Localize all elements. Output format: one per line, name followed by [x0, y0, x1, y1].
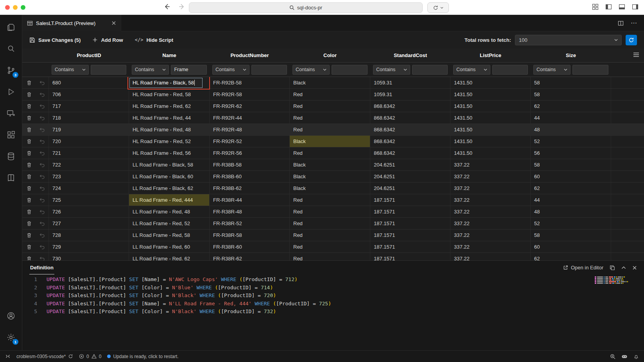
undo-row-button[interactable]	[36, 253, 49, 260]
cell-color[interactable]: Red	[290, 194, 370, 206]
cell-listprice[interactable]: 337.22	[450, 194, 531, 206]
cell-standardcost[interactable]: 1059.31	[370, 77, 450, 88]
cell-productnumber[interactable]: FR-R38B-62	[210, 183, 290, 194]
cell-name[interactable]: LL Road Frame - Black, 62	[129, 183, 210, 194]
cell-standardcost[interactable]: 204.6251	[370, 171, 450, 182]
command-center-search[interactable]: sql-docs-pr	[189, 2, 423, 13]
column-header-productid[interactable]: ProductID	[49, 52, 129, 58]
cell-edit-input[interactable]: HL Road Frame - Black, 58	[129, 78, 203, 88]
zoom-window-button[interactable]	[21, 5, 25, 10]
table-row[interactable]: 721HL Road Frame - Red, 56FR-R92R-56Red8…	[22, 147, 644, 159]
cell-standardcost[interactable]: 187.1571	[370, 218, 450, 229]
cell-productid[interactable]: 727	[49, 218, 129, 229]
script-editor[interactable]: 1UPDATE [SalesLT].[Product] SET [Name] =…	[22, 274, 644, 350]
column-header-productnumber[interactable]: ProductNumber	[210, 52, 290, 58]
cell-color[interactable]: Black	[290, 159, 370, 170]
extensions-icon[interactable]	[1, 124, 21, 145]
cell-name[interactable]: HL Road Frame - Red, 62	[129, 100, 210, 112]
delete-row-button[interactable]	[22, 100, 36, 112]
filter-input-productid[interactable]	[91, 65, 126, 75]
cell-name[interactable]: LL Road Frame - Red, 60	[129, 241, 210, 253]
collapse-panel-icon[interactable]	[621, 266, 626, 269]
cell-standardcost[interactable]: 187.1571	[370, 253, 450, 260]
minimap[interactable]	[595, 276, 639, 284]
cell-standardcost[interactable]: 868.6342	[370, 136, 450, 147]
close-window-button[interactable]	[5, 5, 10, 10]
table-row[interactable]: 706HL Road Frame - Red, 58FR-R92R-58Red1…	[22, 89, 644, 100]
filter-operator-dropdown-size[interactable]: Contains	[533, 65, 570, 75]
delete-row-button[interactable]	[22, 136, 36, 147]
cell-productnumber[interactable]: FR-R38B-58	[210, 159, 290, 170]
total-rows-select[interactable]: 100	[515, 35, 622, 45]
cell-name[interactable]: LL Road Frame - Red, 444	[129, 194, 210, 206]
cell-size[interactable]: 44	[531, 112, 611, 124]
undo-row-button[interactable]	[36, 124, 49, 135]
cell-name[interactable]: HL Road Frame - Red, 58	[129, 89, 210, 100]
explorer-icon[interactable]	[1, 16, 21, 38]
cell-listprice[interactable]: 337.22	[450, 206, 531, 217]
filter-operator-dropdown-standardcost[interactable]: Contains	[373, 65, 410, 75]
toggle-secondary-sidebar-icon[interactable]	[632, 4, 639, 10]
source-control-icon[interactable]: 3	[1, 59, 21, 81]
cell-listprice[interactable]: 1431.50	[450, 100, 531, 112]
cell-listprice[interactable]: 337.22	[450, 253, 531, 260]
cell-size[interactable]: 62	[531, 100, 611, 112]
cell-productnumber[interactable]: FR-R38B-60	[210, 171, 290, 182]
cell-size[interactable]: 58	[531, 159, 611, 170]
undo-row-button[interactable]	[36, 241, 49, 253]
cell-size[interactable]: 60	[531, 241, 611, 253]
delete-row-button[interactable]	[22, 77, 36, 88]
cell-productnumber[interactable]: FR-R38R-52	[210, 218, 290, 229]
delete-row-button[interactable]	[22, 194, 36, 206]
undo-row-button[interactable]	[36, 147, 49, 159]
table-row[interactable]: 717HL Road Frame - Red, 62FR-R92R-62Red8…	[22, 100, 644, 112]
add-row-button[interactable]: Add Row	[92, 37, 123, 43]
cell-standardcost[interactable]: 204.6251	[370, 183, 450, 194]
delete-row-button[interactable]	[22, 218, 36, 229]
cell-productid[interactable]: 680	[49, 77, 129, 88]
cell-size[interactable]: 62	[531, 183, 611, 194]
cell-color[interactable]: Black	[290, 136, 370, 147]
cell-productid[interactable]: 729	[49, 241, 129, 253]
cell-productnumber[interactable]: FR-R92R-58	[210, 89, 290, 100]
cell-listprice[interactable]: 337.22	[450, 183, 531, 194]
cell-productid[interactable]: 725	[49, 194, 129, 206]
table-row[interactable]: 719HL Road Frame - Red, 48FR-R92R-48Red8…	[22, 124, 644, 136]
delete-row-button[interactable]	[22, 159, 36, 170]
cell-size[interactable]: 52	[531, 136, 611, 147]
cell-productnumber[interactable]: FR-R92B-58	[210, 77, 290, 88]
cell-standardcost[interactable]: 204.6251	[370, 159, 450, 170]
cell-color[interactable]: Black	[290, 171, 370, 182]
undo-row-button[interactable]	[36, 183, 49, 194]
filter-operator-dropdown-productid[interactable]: Contains	[52, 65, 89, 75]
cell-name[interactable]: LL Road Frame - Red, 48	[129, 206, 210, 217]
cell-productid[interactable]: 719	[49, 124, 129, 135]
cell-size[interactable]: 58	[531, 77, 611, 88]
column-header-listprice[interactable]: ListPrice	[450, 52, 531, 58]
undo-row-button[interactable]	[36, 229, 49, 241]
delete-row-button[interactable]	[22, 206, 36, 217]
cell-productnumber[interactable]: FR-R92R-56	[210, 147, 290, 159]
undo-row-button[interactable]	[36, 218, 49, 229]
cell-name[interactable]: LL Road Frame - Red, 58	[129, 229, 210, 241]
cell-color[interactable]: Red	[290, 100, 370, 112]
cell-name[interactable]: LL Road Frame - Black, 60	[129, 171, 210, 182]
more-actions-icon[interactable]: ⋯	[631, 20, 637, 26]
cell-color[interactable]: Red	[290, 218, 370, 229]
filter-operator-dropdown-color[interactable]: Contains	[292, 65, 330, 75]
cell-productnumber[interactable]: FR-R92R-44	[210, 112, 290, 124]
cell-name[interactable]: HL Road Frame - Red, 48	[129, 124, 210, 135]
table-row[interactable]: 680HL Road Frame - Black, 58FR-R92B-58Bl…	[22, 77, 644, 89]
undo-row-button[interactable]	[36, 159, 49, 170]
close-tab-icon[interactable]	[111, 21, 116, 25]
cell-standardcost[interactable]: 187.1571	[370, 206, 450, 217]
table-row[interactable]: 729LL Road Frame - Red, 60FR-R38R-60Red1…	[22, 241, 644, 253]
cell-color[interactable]: Red	[290, 147, 370, 159]
undo-row-button[interactable]	[36, 77, 49, 88]
undo-row-button[interactable]	[36, 171, 49, 182]
cell-name[interactable]: LL Road Frame - Red, 52	[129, 218, 210, 229]
filter-input-productnumber[interactable]	[251, 65, 287, 75]
table-row[interactable]: 718HL Road Frame - Red, 44FR-R92R-44Red8…	[22, 112, 644, 124]
cell-productid[interactable]: 706	[49, 89, 129, 100]
update-ready-status[interactable]: Update is ready, click to restart.	[107, 354, 178, 359]
